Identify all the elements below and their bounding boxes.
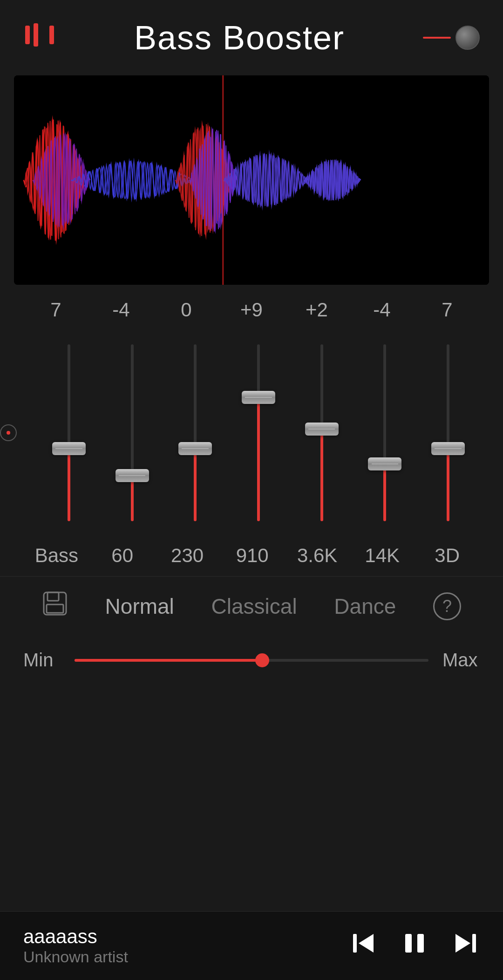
eq-label-60: 60 — [102, 544, 143, 567]
power-knob[interactable] — [455, 26, 480, 50]
slider-bass[interactable] — [48, 335, 90, 530]
slider-handle-910[interactable] — [242, 391, 275, 404]
slider-fill-3d — [447, 447, 449, 521]
eq-label-230: 230 — [166, 544, 208, 567]
slider-fill-3k6 — [320, 429, 323, 521]
eq-label-bass: Bass — [35, 544, 78, 567]
page-title: Bass Booster — [134, 19, 345, 57]
slider-910[interactable] — [238, 335, 279, 530]
bass-max-label: Max — [442, 650, 480, 671]
eq-val-910: +9 — [231, 299, 272, 321]
track-info: aaaaass Unknown artist — [23, 926, 128, 966]
save-preset-icon[interactable] — [42, 591, 68, 622]
slider-track-910 — [257, 344, 260, 521]
svg-rect-0 — [25, 26, 30, 44]
track-title: aaaaass — [23, 926, 128, 948]
eq-label-910: 910 — [231, 544, 273, 567]
eq-label-14k: 14K — [361, 544, 403, 567]
svg-rect-4 — [48, 592, 59, 601]
eq-val-230: 0 — [165, 299, 207, 321]
next-button[interactable] — [452, 929, 480, 963]
slider-3d[interactable] — [427, 335, 469, 530]
slider-handle-bass[interactable] — [52, 442, 86, 455]
svg-rect-2 — [49, 26, 54, 44]
eq-label-3k6: 3.6K — [296, 544, 338, 567]
svg-rect-8 — [405, 934, 412, 953]
svg-marker-10 — [455, 934, 470, 953]
slider-handle-14k[interactable] — [368, 457, 401, 470]
svg-rect-1 — [34, 23, 38, 47]
eq-val-14k: -4 — [361, 299, 403, 321]
slider-fill-230 — [194, 447, 197, 521]
track-artist: Unknown artist — [23, 948, 128, 966]
bass-slider-thumb[interactable] — [255, 653, 269, 667]
slider-handle-3d[interactable] — [431, 442, 465, 455]
header: Bass Booster — [0, 0, 503, 71]
eq-val-3k6: +2 — [296, 299, 338, 321]
svg-rect-11 — [472, 934, 476, 953]
slider-track-14k — [383, 344, 386, 521]
slider-3k6[interactable] — [301, 335, 343, 530]
preset-dance[interactable]: Dance — [334, 594, 396, 619]
indicator-dot — [7, 431, 10, 435]
now-playing-bar: aaaaass Unknown artist — [0, 911, 503, 980]
knob-line — [423, 37, 451, 39]
header-knob[interactable] — [423, 26, 480, 50]
pause-button[interactable] — [401, 929, 428, 963]
slider-fill-bass — [68, 447, 70, 521]
preset-row: Normal Classical Dance ? — [0, 576, 503, 636]
slider-fill-910 — [257, 401, 260, 521]
bass-slider-track[interactable] — [75, 659, 428, 662]
svg-rect-7 — [353, 934, 357, 953]
slider-14k[interactable] — [364, 335, 406, 530]
svg-marker-6 — [359, 934, 374, 953]
eq-val-3d: 7 — [426, 299, 468, 321]
help-icon[interactable]: ? — [433, 592, 461, 620]
preset-normal[interactable]: Normal — [105, 594, 174, 619]
slider-handle-60[interactable] — [116, 469, 149, 482]
eq-sliders — [0, 326, 503, 540]
preset-classical[interactable]: Classical — [211, 594, 297, 619]
prev-button[interactable] — [349, 929, 377, 963]
slider-60[interactable] — [111, 335, 153, 530]
waveform-canvas — [14, 75, 489, 285]
bass-boost-slider[interactable]: Min Max — [0, 636, 503, 685]
slider-track-3d — [447, 344, 449, 521]
eq-labels-row: Bass 60 230 910 3.6K 14K 3D — [0, 540, 503, 576]
waveform-display — [14, 75, 489, 285]
svg-rect-9 — [417, 934, 424, 953]
slider-track-60 — [131, 344, 134, 521]
slider-handle-3k6[interactable] — [305, 423, 339, 436]
slider-230[interactable] — [174, 335, 216, 530]
equalizer-icon — [23, 21, 56, 54]
slider-track-230 — [194, 344, 197, 521]
bass-slider-fill — [75, 659, 269, 662]
bass-min-label: Min — [23, 650, 61, 671]
eq-val-bass: 7 — [35, 299, 77, 321]
svg-rect-5 — [47, 604, 63, 613]
help-label: ? — [442, 597, 452, 616]
eq-values-row: 7 -4 0 +9 +2 -4 7 — [0, 285, 503, 326]
player-controls — [349, 929, 480, 963]
eq-val-60: -4 — [100, 299, 142, 321]
left-indicator — [0, 424, 17, 441]
slider-handle-230[interactable] — [178, 442, 212, 455]
slider-track-bass — [68, 344, 70, 521]
eq-label-3d: 3D — [426, 544, 468, 567]
